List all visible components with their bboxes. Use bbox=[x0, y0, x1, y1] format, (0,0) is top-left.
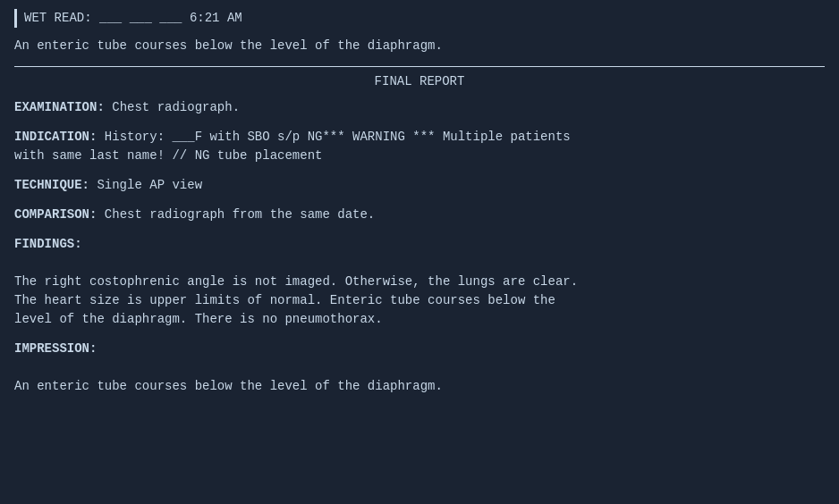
wet-read-label: WET READ: bbox=[24, 9, 92, 28]
wet-read-blank-3: ___ bbox=[159, 9, 182, 28]
impression-section: IMPRESSION: An enteric tube courses belo… bbox=[14, 340, 825, 396]
impression-label: IMPRESSION: bbox=[14, 341, 97, 356]
final-report-header: FINAL REPORT bbox=[14, 72, 825, 91]
divider bbox=[14, 66, 825, 67]
wet-read-summary-text: An enteric tube courses below the level … bbox=[14, 38, 443, 53]
indication-value: History: ___F with SBO s/p NG*** WARNING… bbox=[14, 130, 571, 163]
examination-section: EXAMINATION: Chest radiograph. bbox=[14, 98, 825, 117]
indication-label: INDICATION: bbox=[14, 130, 97, 144]
technique-value: Single AP view bbox=[89, 178, 202, 192]
report-container: WET READ: ___ ___ ___ 6:21 AM An enteric… bbox=[0, 0, 839, 504]
findings-label: FINDINGS: bbox=[14, 237, 82, 251]
wet-read-section: WET READ: ___ ___ ___ 6:21 AM bbox=[14, 9, 825, 28]
wet-read-summary: An enteric tube courses below the level … bbox=[14, 37, 825, 55]
wet-read-time: 6:21 AM bbox=[190, 9, 242, 28]
indication-section: INDICATION: History: ___F with SBO s/p N… bbox=[14, 128, 825, 165]
comparison-value: Chest radiograph from the same date. bbox=[97, 207, 375, 222]
technique-label: TECHNIQUE: bbox=[14, 178, 89, 192]
comparison-label: COMPARISON: bbox=[14, 207, 97, 222]
technique-section: TECHNIQUE: Single AP view bbox=[14, 176, 825, 195]
wet-read-blank-2: ___ bbox=[130, 9, 152, 28]
findings-body: The right costophrenic angle is not imag… bbox=[14, 273, 825, 329]
comparison-section: COMPARISON: Chest radiograph from the sa… bbox=[14, 206, 825, 224]
wet-read-blank-1: ___ bbox=[99, 9, 122, 28]
impression-body: An enteric tube courses below the level … bbox=[14, 377, 825, 396]
examination-label: EXAMINATION: bbox=[14, 100, 105, 114]
examination-value: Chest radiograph. bbox=[105, 100, 240, 114]
final-report-header-text: FINAL REPORT bbox=[375, 74, 465, 88]
findings-section: FINDINGS: The right costophrenic angle i… bbox=[14, 235, 825, 329]
